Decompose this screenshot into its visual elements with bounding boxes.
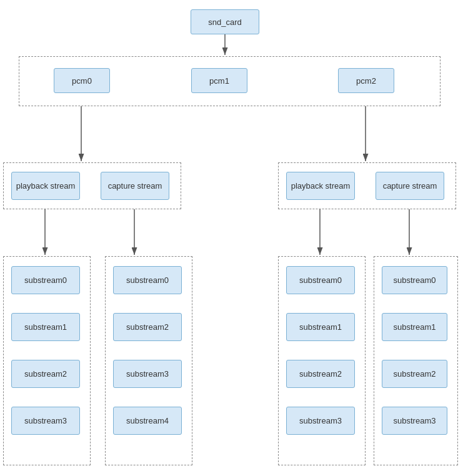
pb-stream-left-node: playback stream xyxy=(11,172,80,200)
pcm-container: pcm0 pcm1 pcm2 xyxy=(19,56,441,106)
cap-stream-right-label: capture stream xyxy=(383,181,437,191)
cap-stream-left-node: capture stream xyxy=(101,172,169,200)
cap-right-sub1-label: substream1 xyxy=(394,322,436,332)
cap-stream-left-label: capture stream xyxy=(108,181,162,191)
pcm0-node: pcm0 xyxy=(54,68,110,93)
pcm2-label: pcm2 xyxy=(356,76,376,86)
cap-left-sub3-label: substream3 xyxy=(126,369,169,379)
cap-left-sub2-label: substream2 xyxy=(126,322,169,332)
snd-card-label: snd_card xyxy=(208,17,241,27)
cap-right-sub2-label: substream2 xyxy=(394,369,436,379)
cap-left-sub0-label: substream0 xyxy=(126,275,169,285)
pcm2-node: pcm2 xyxy=(338,68,394,93)
pb-stream-left-label: playback stream xyxy=(16,181,76,191)
cap-right-sub0-label: substream0 xyxy=(394,275,436,285)
snd-card-node: snd_card xyxy=(191,9,259,34)
pb-left-sub2-label: substream2 xyxy=(24,369,67,379)
pb-right-sub2-label: substream2 xyxy=(299,369,342,379)
cap-left-sub0-node: substream0 xyxy=(113,266,182,294)
pcm2-streams-container: playback stream capture stream xyxy=(278,162,456,209)
pb-left-sub0-node: substream0 xyxy=(11,266,80,294)
pb-left-sub2-node: substream2 xyxy=(11,360,80,388)
diagram: snd_card pcm0 pcm1 pcm2 playback stream … xyxy=(0,0,463,476)
cap-right-sub3-node: substream3 xyxy=(382,407,447,435)
cap-left-substreams-container: substream0 substream2 substream3 substre… xyxy=(105,256,192,465)
pcm1-label: pcm1 xyxy=(209,76,229,86)
pb-left-sub3-node: substream3 xyxy=(11,407,80,435)
pb-right-sub3-node: substream3 xyxy=(286,407,355,435)
pb-stream-right-node: playback stream xyxy=(286,172,355,200)
pb-right-substreams-container: substream0 substream1 substream2 substre… xyxy=(278,256,366,465)
cap-right-sub3-label: substream3 xyxy=(394,416,436,425)
cap-right-sub2-node: substream2 xyxy=(382,360,447,388)
pb-left-substreams-container: substream0 substream1 substream2 substre… xyxy=(3,256,91,465)
cap-right-substreams-container: substream0 substream1 substream2 substre… xyxy=(374,256,458,465)
pb-right-sub1-node: substream1 xyxy=(286,313,355,341)
pb-left-sub1-label: substream1 xyxy=(24,322,67,332)
pb-stream-right-label: playback stream xyxy=(291,181,351,191)
cap-right-sub0-node: substream0 xyxy=(382,266,447,294)
pb-left-sub3-label: substream3 xyxy=(24,416,67,425)
pb-left-sub0-label: substream0 xyxy=(24,275,67,285)
cap-right-sub1-node: substream1 xyxy=(382,313,447,341)
cap-left-sub2-node: substream2 xyxy=(113,313,182,341)
pcm1-node: pcm1 xyxy=(191,68,247,93)
pb-right-sub0-label: substream0 xyxy=(299,275,342,285)
pb-left-sub1-node: substream1 xyxy=(11,313,80,341)
cap-left-sub4-node: substream4 xyxy=(113,407,182,435)
cap-left-sub4-label: substream4 xyxy=(126,416,169,425)
pb-right-sub3-label: substream3 xyxy=(299,416,342,425)
pcm0-streams-container: playback stream capture stream xyxy=(3,162,181,209)
pb-right-sub2-node: substream2 xyxy=(286,360,355,388)
cap-stream-right-node: capture stream xyxy=(376,172,444,200)
pb-right-sub0-node: substream0 xyxy=(286,266,355,294)
cap-left-sub3-node: substream3 xyxy=(113,360,182,388)
pb-right-sub1-label: substream1 xyxy=(299,322,342,332)
pcm0-label: pcm0 xyxy=(72,76,92,86)
